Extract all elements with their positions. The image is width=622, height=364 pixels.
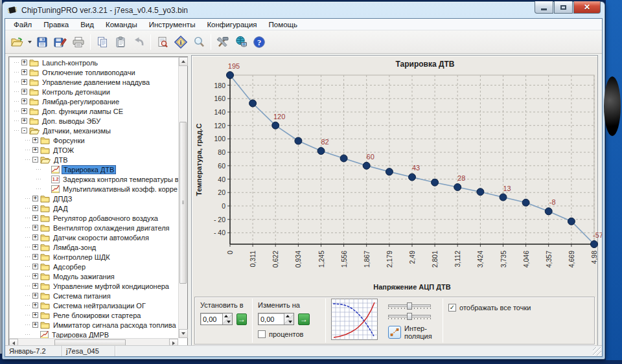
spinner-icon[interactable] <box>222 313 232 324</box>
collapse-icon[interactable]: - <box>32 157 38 163</box>
resize-grip-icon[interactable] <box>593 347 601 356</box>
tree-item[interactable]: +Реле блокировки стартера <box>10 310 178 320</box>
tree-item[interactable]: +Вентилятор охлаждения двигателя <box>10 223 178 233</box>
open-dropdown-icon[interactable] <box>26 33 33 51</box>
tree-item[interactable]: -Датчики, механизмы <box>10 126 178 135</box>
paste-icon[interactable] <box>111 33 130 51</box>
expand-icon[interactable]: + <box>32 322 38 328</box>
chart-data-point[interactable] <box>522 199 529 206</box>
maximize-button[interactable] <box>554 1 573 14</box>
menu-item[interactable]: Конфигурация <box>201 20 262 29</box>
expand-icon[interactable]: + <box>21 98 27 104</box>
undo-icon[interactable] <box>130 33 148 51</box>
expand-icon[interactable]: + <box>32 302 38 308</box>
expand-icon[interactable]: + <box>32 147 38 153</box>
chart-data-point[interactable] <box>249 100 257 107</box>
tools-icon[interactable] <box>214 33 232 51</box>
chart-data-point[interactable] <box>545 208 552 215</box>
search-icon[interactable] <box>190 33 208 51</box>
minimize-button[interactable] <box>535 1 553 14</box>
tree-item[interactable]: +Контроллер ШДК <box>10 252 178 262</box>
tree-item[interactable]: +Форсунки <box>10 135 178 145</box>
expand-icon[interactable]: + <box>32 244 38 250</box>
tree-item[interactable]: +Система нейтрализации ОГ <box>10 301 178 310</box>
tree-item[interactable]: +Лямбда-регулирование <box>10 97 178 106</box>
scroll-down-button[interactable] <box>179 329 188 338</box>
report-preview-icon[interactable] <box>154 33 172 51</box>
expand-icon[interactable]: + <box>32 283 38 289</box>
chart-canvas[interactable]: 180160140120100806040200- 20- 4000,3110,… <box>192 56 603 293</box>
info-icon[interactable]: i <box>172 33 190 51</box>
change-by-input[interactable]: 0,00 <box>258 313 294 325</box>
expand-icon[interactable]: + <box>21 89 27 95</box>
tree-item[interactable]: +Иммитатор сигнала расхода топлива <box>10 320 178 330</box>
apply-change-button[interactable]: → <box>298 313 310 325</box>
chart-data-point[interactable] <box>591 241 598 248</box>
help-icon[interactable]: ? <box>250 33 268 51</box>
tree-item[interactable]: +Доп. выводы ЭБУ <box>10 116 178 126</box>
expand-icon[interactable]: + <box>32 264 38 269</box>
apply-set-button[interactable]: → <box>236 313 247 325</box>
expand-icon[interactable]: + <box>21 69 27 75</box>
tree-item[interactable]: +Датчик скорости автомобиля <box>10 233 178 242</box>
expand-icon[interactable]: + <box>32 196 38 201</box>
expand-icon[interactable]: + <box>21 118 27 124</box>
tree-vscrollbar[interactable] <box>178 57 187 338</box>
show-all-points-checkbox[interactable]: ✓ <box>448 304 456 312</box>
chart-data-point[interactable] <box>272 122 279 129</box>
tree-item[interactable]: +Доп. функции лампы СЕ <box>10 106 178 116</box>
save-as-icon[interactable] <box>51 33 69 51</box>
slider-thumb[interactable] <box>407 313 412 320</box>
tree-item[interactable]: +Отключение топливоподачи <box>10 67 178 77</box>
chart-data-point[interactable] <box>568 218 575 225</box>
tree-item[interactable]: +Адсорбер <box>10 262 178 271</box>
menu-item[interactable]: Файл <box>8 20 38 29</box>
expand-icon[interactable]: + <box>32 312 38 318</box>
tree-item[interactable]: +ДТОЖ <box>10 145 178 155</box>
expand-icon[interactable]: + <box>32 254 38 260</box>
expand-icon[interactable]: + <box>32 273 38 279</box>
menu-item[interactable]: Инструменты <box>143 20 202 29</box>
expand-icon[interactable]: + <box>21 79 27 85</box>
expand-icon[interactable]: + <box>32 205 38 211</box>
expand-icon[interactable]: + <box>32 215 38 221</box>
chart-data-point[interactable] <box>363 162 370 169</box>
menu-item[interactable]: Команды <box>100 20 143 29</box>
titlebar[interactable]: ChipTuningPRO ver.3.21 - j7esa_v0.4.5_yo… <box>3 2 605 18</box>
chart-data-point[interactable] <box>432 179 439 186</box>
menu-item[interactable]: Правка <box>38 20 75 29</box>
menu-item[interactable]: Вид <box>75 20 100 29</box>
close-button[interactable]: ✕ <box>573 1 601 14</box>
tree-item[interactable]: +ДПДЗ <box>10 194 178 203</box>
collapse-icon[interactable]: - <box>21 128 27 133</box>
tree-item[interactable]: Мультипликативный коэфф. корре <box>10 184 178 194</box>
print-icon[interactable] <box>69 33 87 51</box>
chart-data-point[interactable] <box>317 148 325 155</box>
tree-item[interactable]: +Управление давлением наддува <box>10 77 178 87</box>
tree-item[interactable]: +Управление муфтой кондиционера <box>10 281 178 291</box>
tree-item[interactable]: +Контроль детонации <box>10 87 178 97</box>
menu-item[interactable]: Помощь <box>263 20 303 29</box>
chart-data-point[interactable] <box>227 72 234 79</box>
chart-data-point[interactable] <box>386 168 393 176</box>
scroll-up-button[interactable] <box>179 57 188 66</box>
tree-item[interactable]: 1.2Задержка контроля температуры в <box>10 174 178 184</box>
tree-item[interactable]: +Модуль зажигания <box>10 271 178 281</box>
network-icon[interactable] <box>232 33 250 51</box>
spinner-icon[interactable] <box>284 313 294 324</box>
copy-icon[interactable] <box>93 33 111 51</box>
expand-icon[interactable]: + <box>32 234 38 240</box>
tree-item[interactable]: Тарировка ДТВ <box>10 165 178 174</box>
chart-data-point[interactable] <box>500 194 507 201</box>
tree-item[interactable]: -ДТВ <box>10 155 178 165</box>
interpolation-button[interactable] <box>388 326 401 339</box>
expand-icon[interactable]: + <box>32 137 38 143</box>
expand-icon[interactable]: + <box>21 60 27 65</box>
tree-item[interactable]: Тарировка ДМРВ <box>10 330 178 338</box>
slider-horizontal-1[interactable] <box>388 302 431 306</box>
chart-data-point[interactable] <box>477 188 484 196</box>
open-folder-icon[interactable] <box>8 33 26 51</box>
expand-icon[interactable]: + <box>21 108 27 114</box>
percent-checkbox[interactable] <box>258 330 266 338</box>
chart-data-point[interactable] <box>409 174 416 181</box>
